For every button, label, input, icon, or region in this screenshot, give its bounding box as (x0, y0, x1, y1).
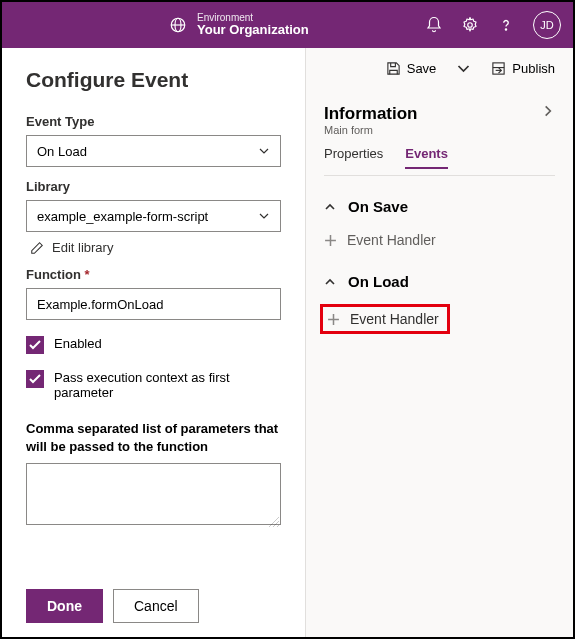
event-type-select[interactable]: On Load (26, 135, 281, 167)
gear-icon[interactable] (461, 16, 479, 34)
chevron-up-icon (324, 201, 336, 213)
avatar[interactable]: JD (533, 11, 561, 39)
chevron-right-icon[interactable] (541, 104, 555, 118)
plus-icon (324, 234, 337, 247)
chevron-down-icon (258, 210, 270, 222)
section-on-save[interactable]: On Save (324, 198, 555, 215)
edit-library-link[interactable]: Edit library (26, 240, 281, 255)
check-icon (29, 374, 41, 384)
save-dropdown[interactable] (450, 57, 477, 80)
svg-point-3 (505, 29, 506, 30)
environment-block[interactable]: Environment Your Organization (169, 12, 309, 37)
done-button[interactable]: Done (26, 589, 103, 623)
section-on-load-label: On Load (348, 273, 409, 290)
avatar-initials: JD (540, 19, 553, 31)
panel-title: Configure Event (26, 68, 281, 92)
event-handler-label: Event Handler (350, 311, 439, 327)
add-event-handler-on-load[interactable]: Event Handler (320, 304, 450, 334)
tab-events[interactable]: Events (405, 146, 448, 169)
section-on-load[interactable]: On Load (324, 273, 555, 290)
chevron-down-icon (258, 145, 270, 157)
check-icon (29, 340, 41, 350)
pass-context-label: Pass execution context as first paramete… (54, 370, 281, 400)
event-type-value: On Load (37, 144, 87, 159)
cancel-button[interactable]: Cancel (113, 589, 199, 623)
save-button[interactable]: Save (380, 57, 443, 80)
info-subtitle: Main form (324, 124, 448, 136)
publish-icon (491, 61, 506, 76)
edit-library-label: Edit library (52, 240, 113, 255)
environment-label: Environment (197, 12, 309, 23)
help-icon[interactable] (497, 16, 515, 34)
function-input[interactable] (26, 288, 281, 320)
event-handler-label: Event Handler (347, 232, 436, 248)
section-on-save-label: On Save (348, 198, 408, 215)
publish-label: Publish (512, 61, 555, 76)
command-bar: Save Publish (306, 48, 573, 88)
tab-properties[interactable]: Properties (324, 146, 383, 169)
environment-name: Your Organization (197, 23, 309, 37)
pencil-icon (30, 241, 44, 255)
function-label: Function * (26, 267, 281, 282)
save-icon (386, 61, 401, 76)
publish-button[interactable]: Publish (485, 57, 561, 80)
params-label: Comma separated list of parameters that … (26, 420, 281, 455)
library-select[interactable]: example_example-form-script (26, 200, 281, 232)
save-label: Save (407, 61, 437, 76)
add-event-handler-on-save[interactable]: Event Handler (320, 229, 555, 251)
configure-event-panel: Configure Event Event Type On Load Libra… (2, 48, 305, 637)
chevron-down-icon (456, 61, 471, 76)
enabled-checkbox[interactable] (26, 336, 44, 354)
library-label: Library (26, 179, 281, 194)
chevron-up-icon (324, 276, 336, 288)
enabled-label: Enabled (54, 336, 102, 351)
environment-icon (169, 16, 187, 34)
event-type-label: Event Type (26, 114, 281, 129)
bell-icon[interactable] (425, 16, 443, 34)
info-title: Information (324, 104, 448, 124)
topbar: Environment Your Organization JD (2, 2, 573, 48)
library-value: example_example-form-script (37, 209, 208, 224)
cancel-button-label: Cancel (134, 598, 178, 614)
pass-context-checkbox[interactable] (26, 370, 44, 388)
svg-point-2 (468, 23, 473, 28)
right-panel: Save Publish Information Main form Prope… (305, 48, 573, 637)
plus-icon (327, 313, 340, 326)
resize-handle-icon[interactable] (269, 517, 279, 527)
params-textarea[interactable] (26, 463, 281, 525)
done-button-label: Done (47, 598, 82, 614)
